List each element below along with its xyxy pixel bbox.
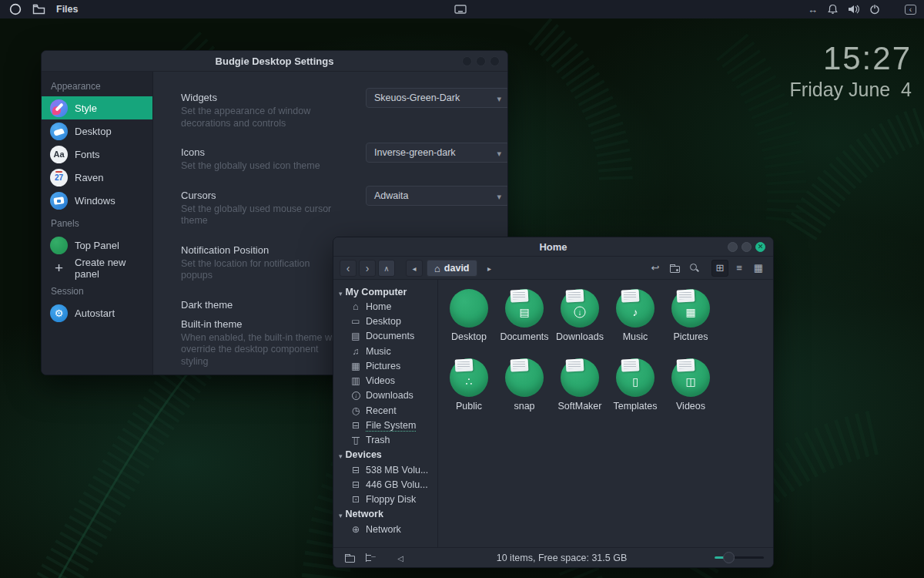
file-label: Public — [456, 401, 482, 412]
back-button[interactable] — [340, 260, 357, 277]
chevron-down-icon[interactable] — [339, 507, 343, 521]
sidebar-item-fonts[interactable]: Aa Fonts — [42, 143, 152, 166]
notifications-bell-icon[interactable] — [828, 4, 838, 15]
section-appearance: Appearance — [42, 75, 152, 96]
slider-handle[interactable] — [723, 552, 735, 563]
sidebar-item-raven[interactable]: 27 Raven — [42, 166, 152, 189]
sidebar-item-trash[interactable]: Trash — [333, 433, 437, 448]
forward-button[interactable] — [359, 260, 376, 277]
file-item-pictures[interactable]: Pictures — [663, 286, 718, 355]
drive-icon — [350, 420, 361, 431]
status-text: 10 items, Free space: 31.5 GB — [412, 553, 711, 563]
breadcrumb-home-button[interactable]: david — [427, 260, 477, 277]
breadcrumb-scroll-right-button[interactable] — [481, 260, 498, 277]
compact-view-button[interactable] — [750, 260, 767, 277]
sidebar-item-desktop[interactable]: Desktop — [42, 119, 152, 143]
sidebar-item-home[interactable]: Home — [333, 299, 437, 314]
folder-pictures-icon — [671, 289, 710, 328]
sidebar-item-volume-538mb[interactable]: 538 MB Volu... — [333, 462, 437, 477]
dropdown-value: Inverse-green-dark — [374, 147, 497, 158]
sidebar-group-my-computer[interactable]: My Computer — [333, 284, 437, 299]
list-view-icon — [736, 262, 742, 274]
file-item-desktop[interactable]: Desktop — [441, 286, 497, 355]
zoom-slider[interactable] — [715, 552, 764, 563]
widgets-theme-dropdown[interactable]: Skeuos-Green-Dark — [366, 88, 508, 108]
folder-music-icon — [616, 289, 654, 328]
sidebar-item-network[interactable]: Network — [333, 522, 437, 536]
icon-view-button[interactable] — [711, 260, 728, 277]
drive-icon — [350, 479, 361, 490]
budgie-menu-icon[interactable] — [9, 3, 22, 15]
toggle-location-entry-button[interactable] — [647, 260, 664, 277]
file-item-downloads[interactable]: Downloads — [552, 286, 608, 355]
file-item-templates[interactable]: Templates — [608, 355, 663, 425]
file-item-softmaker[interactable]: SoftMaker — [552, 355, 608, 425]
minimize-button[interactable] — [462, 56, 472, 66]
hide-panel-icon[interactable] — [905, 5, 916, 15]
chevron-up-icon — [383, 263, 389, 274]
download-icon — [352, 391, 360, 400]
sidebar-item-label: Downloads — [366, 390, 413, 401]
files-app-icon[interactable] — [32, 4, 45, 15]
file-item-public[interactable]: Public — [441, 355, 497, 425]
sidebar-item-style[interactable]: Style — [42, 96, 152, 119]
sidebar-item-create-panel[interactable]: Create new panel — [42, 257, 152, 280]
sidebar-item-recent[interactable]: Recent — [333, 403, 437, 418]
file-item-documents[interactable]: Documents — [497, 286, 552, 355]
sidebar-group-network[interactable]: Network — [333, 507, 437, 522]
chevron-down-icon[interactable] — [339, 285, 343, 299]
document-icon — [350, 331, 361, 341]
sidebar-item-windows[interactable]: Windows — [42, 189, 152, 212]
breadcrumb-scroll-left-button[interactable] — [406, 260, 423, 277]
sidebar-item-label: Raven — [75, 172, 104, 183]
sidebar-item-label: Create new panel — [75, 257, 152, 280]
sidebar-item-floppy[interactable]: Floppy Disk — [333, 492, 437, 507]
music-note-icon — [350, 346, 361, 357]
setting-row-cursors: Cursors Set the globally used mouse curs… — [181, 190, 492, 227]
sidebar-item-documents[interactable]: Documents — [333, 329, 437, 344]
close-button[interactable] — [755, 242, 765, 252]
sidebar-item-top-panel[interactable]: Top Panel — [42, 234, 152, 257]
window-preview-icon[interactable] — [454, 5, 467, 15]
list-view-button[interactable] — [731, 260, 748, 277]
files-statusbar: 10 items, Free space: 31.5 GB — [333, 547, 773, 567]
power-icon[interactable] — [869, 4, 880, 15]
sidebar-item-downloads[interactable]: Downloads — [333, 388, 437, 403]
sidebar-item-music[interactable]: Music — [333, 344, 437, 358]
sidebar-item-desktop[interactable]: Desktop — [333, 314, 437, 328]
close-button[interactable] — [490, 56, 500, 66]
show-treeview-button[interactable] — [361, 549, 378, 566]
search-button[interactable] — [685, 260, 702, 277]
chevron-down-icon[interactable] — [339, 448, 343, 462]
grid-view-icon — [716, 262, 725, 274]
volume-icon[interactable] — [848, 5, 859, 14]
network-icon[interactable]: ↔ — [808, 4, 818, 15]
maximize-button[interactable] — [742, 242, 752, 252]
icon-theme-dropdown[interactable]: Inverse-green-dark — [366, 143, 508, 163]
maximize-button[interactable] — [476, 56, 486, 66]
file-item-videos[interactable]: Videos — [663, 355, 718, 425]
sidebar-group-label: Devices — [346, 449, 382, 460]
dropdown-value: Skeuos-Green-Dark — [374, 92, 497, 103]
sidebar-item-autostart[interactable]: Autostart — [42, 301, 152, 324]
sidebar-item-videos[interactable]: Videos — [333, 373, 437, 388]
show-places-button[interactable] — [341, 549, 358, 566]
settings-titlebar[interactable]: Budgie Desktop Settings — [42, 51, 507, 72]
up-button[interactable] — [378, 260, 395, 277]
sidebar-item-volume-446gb[interactable]: 446 GB Volu... — [333, 477, 437, 492]
sidebar-item-pictures[interactable]: Pictures — [333, 358, 437, 373]
active-app-label[interactable]: Files — [56, 4, 79, 15]
files-titlebar[interactable]: Home — [333, 237, 773, 257]
sidebar-item-label: Network — [366, 524, 401, 535]
sidebar-group-devices[interactable]: Devices — [333, 448, 437, 462]
sidebar-item-label: Floppy Disk — [366, 494, 416, 505]
sidebar-item-file-system[interactable]: File System — [333, 418, 437, 432]
file-item-music[interactable]: Music — [608, 286, 663, 355]
file-item-snap[interactable]: snap — [497, 355, 552, 425]
folder-icon — [505, 358, 544, 397]
hide-sidebar-button[interactable] — [392, 549, 409, 566]
cursor-theme-dropdown[interactable]: Adwaita — [366, 186, 508, 206]
minimize-button[interactable] — [728, 242, 738, 252]
open-terminal-button[interactable] — [666, 260, 683, 277]
chevron-left-icon — [346, 262, 350, 274]
